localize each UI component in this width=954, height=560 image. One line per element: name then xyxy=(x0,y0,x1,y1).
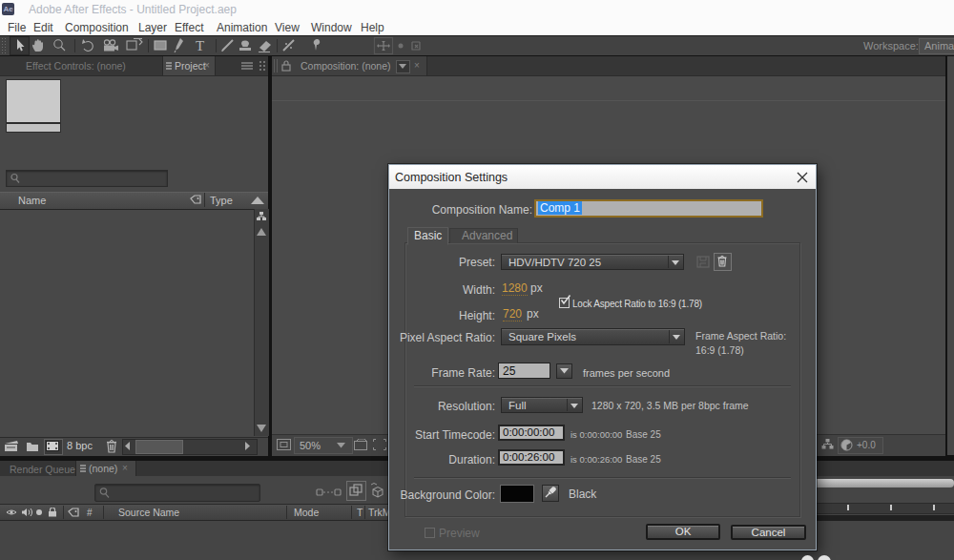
svg-text:T: T xyxy=(196,38,204,53)
